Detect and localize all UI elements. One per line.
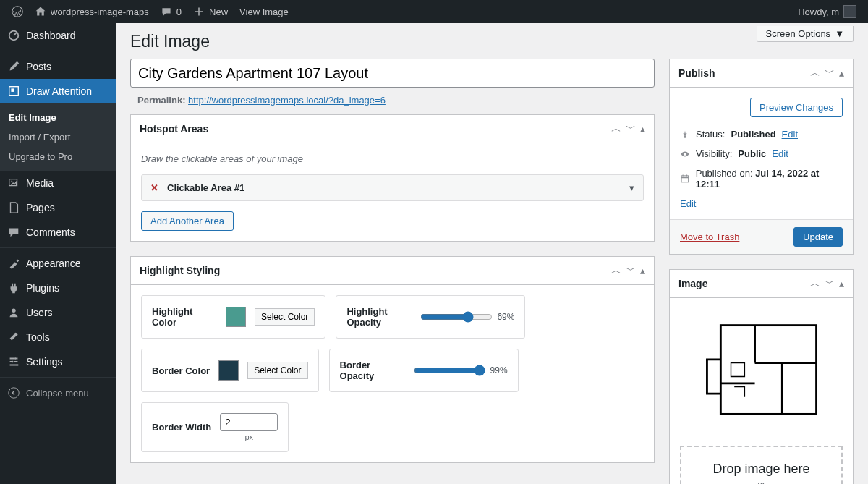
- highlight-color-label: Highlight Color: [152, 306, 217, 328]
- screen-options-tab[interactable]: Screen Options▼: [757, 26, 854, 42]
- select-highlight-color-button[interactable]: Select Color: [255, 308, 315, 326]
- image-dropzone[interactable]: Drop image here or: [680, 446, 843, 484]
- highlight-opacity-cell: Highlight Opacity 69%: [336, 295, 525, 339]
- wp-logo[interactable]: [6, 0, 29, 23]
- svg-rect-10: [681, 176, 689, 182]
- published-on-row: Published on: Jul 14, 2022 at 12:11: [680, 164, 843, 194]
- chevron-down-icon: ▼: [835, 28, 844, 39]
- main-content: Screen Options▼ Edit Image Permalink: ht…: [116, 23, 868, 484]
- new-link[interactable]: New: [187, 0, 234, 23]
- menu-users[interactable]: Users: [0, 300, 116, 325]
- submenu-import-export[interactable]: Import / Export: [0, 127, 116, 147]
- svg-point-7: [12, 361, 14, 363]
- site-link[interactable]: wordpress-image-maps: [29, 0, 155, 23]
- border-color-cell: Border Color Select Color: [141, 349, 319, 392]
- menu-dashboard[interactable]: Dashboard: [0, 23, 116, 48]
- toggle-panel-icon[interactable]: ▴: [640, 123, 645, 135]
- border-width-label: Border Width: [152, 422, 211, 433]
- select-border-color-button[interactable]: Select Color: [247, 362, 307, 379]
- edit-visibility-link[interactable]: Edit: [772, 148, 788, 159]
- clickable-area-row[interactable]: ✕ Clickable Area #1 ▾: [141, 174, 644, 201]
- move-down-icon[interactable]: ﹀: [825, 67, 835, 80]
- status-row: Status: Published Edit: [680, 124, 843, 144]
- border-width-unit: px: [244, 433, 253, 441]
- svg-rect-11: [720, 326, 816, 415]
- toggle-panel-icon[interactable]: ▴: [640, 265, 645, 276]
- highlight-color-swatch[interactable]: [226, 307, 246, 327]
- area-name: Clickable Area #1: [167, 182, 629, 193]
- dropzone-or: or: [689, 480, 834, 484]
- border-width-input[interactable]: [220, 413, 278, 431]
- view-image-link[interactable]: View Image: [234, 0, 294, 23]
- move-down-icon[interactable]: ﹀: [626, 264, 636, 277]
- move-up-icon[interactable]: ︿: [810, 67, 820, 80]
- move-down-icon[interactable]: ﹀: [626, 122, 636, 135]
- menu-posts[interactable]: Posts: [0, 54, 116, 79]
- submenu-draw-attention: Edit Image Import / Export Upgrade to Pr…: [0, 103, 116, 171]
- floorplan-preview[interactable]: [680, 308, 843, 431]
- menu-appearance[interactable]: Appearance: [0, 251, 116, 276]
- user-menu[interactable]: Howdy, m: [792, 0, 862, 23]
- delete-area-icon[interactable]: ✕: [150, 182, 158, 193]
- svg-point-8: [16, 364, 18, 366]
- menu-settings[interactable]: Settings: [0, 349, 116, 374]
- pin-icon: [680, 130, 690, 140]
- eye-icon: [680, 149, 690, 159]
- admin-sidebar: Dashboard Posts Draw Attention Edit Imag…: [0, 23, 116, 484]
- svg-point-5: [12, 309, 15, 313]
- svg-point-4: [11, 180, 12, 182]
- permalink-link[interactable]: http://wordpressimagemaps.local/?da_imag…: [188, 95, 386, 106]
- visibility-row: Visibility: Public Edit: [680, 144, 843, 164]
- menu-draw-attention[interactable]: Draw Attention: [0, 79, 116, 103]
- border-color-label: Border Color: [152, 365, 210, 376]
- permalink: Permalink: http://wordpressimagemaps.loc…: [130, 92, 655, 114]
- update-button[interactable]: Update: [793, 227, 843, 247]
- border-color-swatch[interactable]: [218, 360, 239, 381]
- publish-box: Publish ︿ ﹀ ▴ Preview Changes: [669, 59, 854, 255]
- toggle-panel-icon[interactable]: ▴: [839, 67, 844, 79]
- submenu-edit-image[interactable]: Edit Image: [0, 108, 116, 127]
- image-box-heading: Image: [678, 278, 707, 289]
- edit-date-link[interactable]: Edit: [680, 198, 696, 209]
- highlight-opacity-value: 69%: [497, 312, 514, 322]
- menu-pages[interactable]: Pages: [0, 195, 116, 220]
- menu-tools[interactable]: Tools: [0, 325, 116, 349]
- svg-point-6: [14, 357, 17, 360]
- title-input[interactable]: [130, 59, 655, 88]
- admin-toolbar: wordpress-image-maps 0 New View Image Ho…: [0, 0, 868, 23]
- move-up-icon[interactable]: ︿: [810, 277, 820, 290]
- menu-comments[interactable]: Comments: [0, 220, 116, 245]
- svg-point-9: [9, 388, 19, 398]
- add-another-area-button[interactable]: Add Another Area: [141, 211, 234, 231]
- highlight-styling-box: Highlight Styling ︿ ﹀ ▴ Highlight Color: [130, 256, 655, 463]
- menu-plugins[interactable]: Plugins: [0, 276, 116, 300]
- highlight-color-cell: Highlight Color Select Color: [141, 295, 326, 339]
- toggle-panel-icon[interactable]: ▴: [839, 278, 844, 289]
- move-up-icon[interactable]: ︿: [611, 122, 621, 135]
- image-box: Image ︿ ﹀ ▴: [669, 269, 854, 484]
- styling-heading: Highlight Styling: [140, 265, 220, 276]
- calendar-icon: [680, 174, 690, 184]
- hotspot-areas-box: Hotspot Areas ︿ ﹀ ▴ Draw the clickable a…: [130, 114, 655, 242]
- edit-status-link[interactable]: Edit: [782, 129, 798, 140]
- move-up-icon[interactable]: ︿: [611, 264, 621, 277]
- preview-changes-button[interactable]: Preview Changes: [750, 98, 843, 117]
- dropzone-label: Drop image here: [689, 462, 834, 477]
- svg-rect-3: [11, 88, 14, 92]
- avatar: [843, 5, 856, 18]
- menu-media[interactable]: Media: [0, 171, 116, 195]
- highlight-opacity-label: Highlight Opacity: [346, 306, 412, 328]
- border-opacity-slider[interactable]: [414, 365, 486, 376]
- move-down-icon[interactable]: ﹀: [825, 277, 835, 290]
- comments-link[interactable]: 0: [155, 0, 187, 23]
- highlight-opacity-slider[interactable]: [420, 311, 493, 323]
- move-to-trash-link[interactable]: Move to Trash: [680, 232, 739, 242]
- border-opacity-cell: Border Opacity 99%: [329, 349, 519, 392]
- hotspot-helper: Draw the clickable areas of your image: [141, 153, 644, 164]
- submenu-upgrade[interactable]: Upgrade to Pro: [0, 147, 116, 166]
- collapse-menu[interactable]: Collapse menu: [0, 381, 116, 405]
- border-width-cell: Border Width px: [141, 402, 289, 452]
- page-title: Edit Image: [130, 23, 854, 59]
- expand-area-icon[interactable]: ▾: [629, 182, 634, 193]
- border-opacity-label: Border Opacity: [340, 360, 405, 381]
